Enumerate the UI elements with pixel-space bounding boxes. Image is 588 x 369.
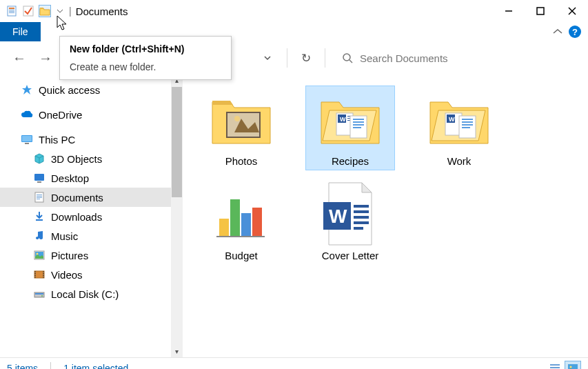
svg-rect-22	[37, 199, 40, 199]
svg-rect-73	[550, 364, 560, 366]
status-item-count: 5 items	[7, 363, 38, 370]
svg-point-33	[43, 272, 43, 272]
svg-rect-3	[9, 11, 14, 12]
svg-rect-23	[36, 219, 43, 221]
nav-onedrive[interactable]: OneDrive	[0, 105, 171, 124]
nav-label: Quick access	[39, 84, 100, 96]
scroll-down-icon[interactable]: ▾	[171, 346, 183, 357]
svg-rect-60	[462, 127, 470, 128]
nav-local-disk[interactable]: Local Disk (C:)	[0, 284, 171, 303]
svg-rect-51	[353, 124, 364, 126]
title-bar: | Documents	[0, 0, 588, 22]
minimize-button[interactable]	[493, 0, 525, 22]
nav-3d-objects[interactable]: 3D Objects	[0, 149, 171, 168]
nav-videos[interactable]: Videos	[0, 265, 171, 284]
item-label: Photos	[225, 155, 258, 167]
search-box[interactable]: Search Documents	[332, 52, 582, 64]
download-icon	[33, 210, 45, 223]
svg-point-31	[34, 274, 35, 275]
svg-rect-2	[9, 10, 14, 10]
svg-rect-61	[219, 219, 229, 237]
folder-open-icon: W	[425, 89, 494, 151]
nav-label: OneDrive	[39, 109, 82, 121]
nav-downloads[interactable]: Downloads	[0, 207, 171, 226]
help-icon[interactable]: ?	[569, 26, 581, 38]
svg-line-9	[569, 8, 576, 14]
svg-text:W: W	[340, 116, 346, 123]
svg-point-35	[43, 276, 43, 277]
details-view-button[interactable]	[547, 361, 563, 370]
back-button[interactable]: ←	[10, 48, 29, 69]
collapse-ribbon-icon[interactable]	[552, 28, 563, 36]
nav-label: 3D Objects	[51, 153, 102, 165]
content-pane[interactable]: Photos W Recipes W Work	[183, 74, 588, 357]
folder-open-icon: W	[316, 89, 385, 151]
separator	[325, 48, 325, 68]
tooltip-title: New folder (Ctrl+Shift+N)	[70, 43, 221, 54]
nav-label: This PC	[39, 134, 75, 146]
svg-rect-15	[25, 143, 29, 144]
svg-rect-20	[37, 196, 42, 197]
status-bar: 5 items 1 item selected	[0, 357, 588, 369]
item-label: Recipes	[332, 155, 369, 167]
qat-dropdown-icon[interactable]	[55, 8, 65, 14]
svg-rect-6	[40, 8, 43, 9]
nav-quick-access[interactable]: Quick access	[0, 80, 171, 99]
music-icon	[33, 230, 45, 242]
svg-rect-27	[34, 271, 44, 278]
svg-point-38	[41, 295, 43, 297]
close-button[interactable]	[556, 0, 588, 22]
nav-label: Desktop	[51, 172, 89, 184]
item-budget[interactable]: Budget	[196, 180, 286, 265]
svg-point-77	[570, 366, 572, 368]
item-label: Work	[447, 155, 472, 167]
nav-label: Videos	[51, 269, 83, 281]
item-recipes[interactable]: W Recipes	[305, 86, 395, 170]
chart-icon	[207, 183, 276, 246]
nav-scrollbar[interactable]: ▴ ▾	[171, 74, 183, 357]
svg-rect-14	[22, 136, 32, 141]
svg-rect-74	[550, 367, 560, 368]
document-icon	[33, 191, 45, 203]
nav-desktop[interactable]: Desktop	[0, 168, 171, 188]
forward-button[interactable]: →	[36, 48, 55, 69]
maximize-button[interactable]	[525, 0, 556, 22]
nav-music[interactable]: Music	[0, 226, 171, 246]
refresh-button[interactable]: ↻	[294, 51, 318, 66]
star-icon	[21, 83, 33, 96]
svg-point-30	[34, 272, 35, 272]
checkmark-qat-icon[interactable]	[22, 5, 34, 17]
monitor-icon	[21, 133, 33, 146]
address-dropdown-icon[interactable]	[255, 54, 280, 62]
file-tab[interactable]: File	[0, 22, 41, 41]
svg-rect-37	[35, 293, 43, 295]
title-separator: |	[69, 6, 72, 17]
separator	[287, 48, 287, 68]
svg-rect-69	[354, 210, 369, 213]
nav-documents[interactable]: Documents	[0, 188, 171, 207]
thumbnails-view-button[interactable]	[565, 361, 581, 370]
search-placeholder: Search Documents	[360, 52, 448, 64]
item-photos[interactable]: Photos	[196, 86, 286, 170]
svg-rect-17	[37, 181, 41, 183]
body-area: Quick access OneDrive This PC 3D Objects…	[0, 74, 588, 357]
tooltip-description: Create a new folder.	[70, 61, 221, 72]
nav-this-pc[interactable]: This PC	[0, 130, 171, 149]
nav-label: Downloads	[51, 211, 102, 223]
tooltip-new-folder: New folder (Ctrl+Shift+N) Create a new f…	[59, 36, 232, 80]
item-cover-letter[interactable]: W Cover Letter	[305, 180, 395, 265]
svg-rect-19	[37, 195, 42, 195]
item-work[interactable]: W Work	[414, 86, 504, 170]
folder-thumbnail-icon	[207, 89, 276, 151]
properties-qat-icon[interactable]	[6, 5, 18, 17]
pictures-icon	[33, 249, 45, 261]
nav-label: Music	[51, 230, 78, 242]
svg-rect-71	[354, 221, 369, 224]
scroll-thumb[interactable]	[172, 87, 182, 197]
item-label: Budget	[225, 250, 258, 261]
svg-text:W: W	[449, 116, 455, 123]
svg-rect-68	[354, 205, 369, 208]
nav-label: Local Disk (C:)	[51, 288, 119, 300]
new-folder-qat-icon[interactable]	[39, 5, 51, 17]
nav-pictures[interactable]: Pictures	[0, 246, 171, 265]
